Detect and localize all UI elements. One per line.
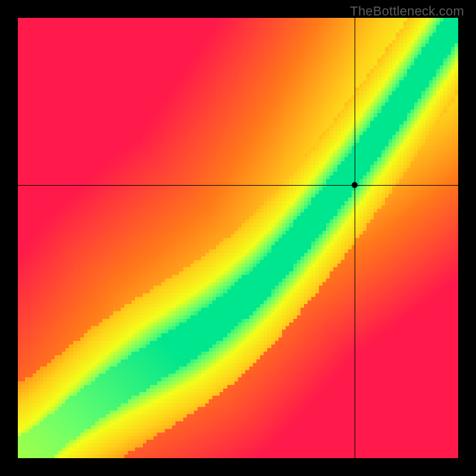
- heatmap-canvas: [18, 18, 458, 458]
- crosshair-vertical: [355, 18, 355, 458]
- chart-frame: TheBottleneck.com: [0, 0, 476, 476]
- watermark-text: TheBottleneck.com: [350, 4, 464, 19]
- crosshair-horizontal: [18, 185, 458, 186]
- crosshair-marker-dot: [352, 182, 358, 188]
- plot-area: [18, 18, 458, 458]
